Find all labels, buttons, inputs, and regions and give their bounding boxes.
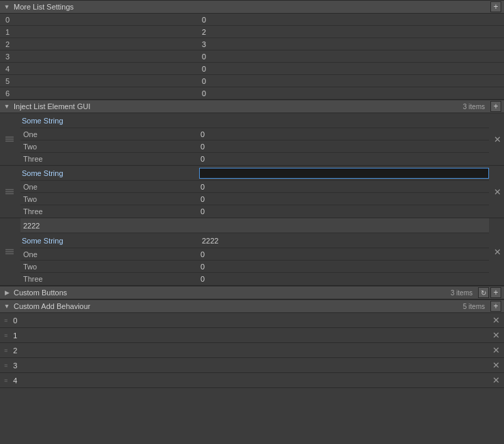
inject-sub-row-1-1: Two0 [20,193,489,205]
inject-item-0: ✕Some StringOne0Two0Three0 [0,113,504,166]
drag-handle-add-4[interactable]: ≡ [4,377,8,384]
more-list-settings-title: More List Settings [14,3,489,11]
custom-add-close-1[interactable]: ✕ [492,330,500,340]
inject-string-label-2: Some String [22,237,199,245]
custom-add-label-3: 3 [13,361,492,370]
custom-buttons-refresh-btn[interactable]: ↻ [478,287,489,298]
drag-handle-add-2[interactable]: ≡ [4,347,8,354]
inject-sub-row-1-0: One0 [20,181,489,193]
inject-string-row-1: Some String [20,166,489,181]
inject-sub-row-0-0: One0 [20,128,489,140]
inject-string-value-2: 2222 [199,237,489,245]
inject-list-title: Inject List Element GUI [14,102,463,110]
custom-add-row-4: ≡ 4 ✕ [0,373,504,388]
more-list-settings-triangle: ▼ [3,3,11,11]
more-list-row-1: 12 [0,26,504,38]
inject-sub-row-2-0: One0 [20,248,489,261]
drag-handle-add-0[interactable]: ≡ [4,317,8,324]
drag-handle-add-3[interactable]: ≡ [4,362,8,369]
close-btn-2[interactable]: ✕ [494,248,501,256]
inject-list-triangle: ▼ [3,102,11,110]
custom-add-title: Custom Add Behaviour [14,302,463,310]
custom-add-label-4: 4 [13,376,492,385]
more-list-row-0: 00 [0,14,504,26]
more-list-settings-header[interactable]: ▼ More List Settings + [0,0,504,14]
inject-list-header[interactable]: ▼ Inject List Element GUI 3 items + [0,100,504,113]
inject-string-input-1[interactable] [199,168,489,179]
inject-list-body: ✕Some StringOne0Two0Three0✕Some StringOn… [0,113,504,286]
inject-sub-row-0-1: Two0 [20,140,489,153]
custom-add-row-3: ≡ 3 ✕ [0,358,504,373]
inject-list-add-btn[interactable]: + [490,101,501,112]
custom-add-header[interactable]: ▼ Custom Add Behaviour 5 items + [0,299,504,313]
inject-sub-row-1-2: Three0 [20,205,489,218]
inject-string-label-1: Some String [22,169,199,177]
custom-add-count: 5 items [463,303,485,310]
inject-string-row-2: Some String2222 [20,233,489,248]
more-list-row-6: 60 [0,87,504,100]
custom-add-triangle: ▼ [3,302,11,310]
more-list-row-3: 30 [0,50,504,63]
custom-add-row-2: ≡ 2 ✕ [0,343,504,358]
inject-sub-row-2-1: Two0 [20,261,489,273]
custom-add-label-1: 1 [13,331,492,340]
inject-string-label-0: Some String [22,117,199,125]
inject-list-count: 3 items [463,103,485,110]
inject-item-1: ✕Some StringOne0Two0Three0 [0,166,504,218]
custom-buttons-header[interactable]: ▶ Custom Buttons 3 items ↻ + [0,286,504,299]
more-list-row-5: 50 [0,75,504,87]
banner-row-2: 2222 [20,218,489,233]
custom-add-row-1: ≡ 1 ✕ [0,328,504,343]
custom-buttons-title: Custom Buttons [14,288,451,297]
inject-sub-row-0-2: Three0 [20,153,489,165]
custom-add-label-2: 2 [13,346,492,355]
custom-add-label-0: 0 [13,316,492,325]
more-list-row-4: 40 [0,63,504,75]
drag-handle-0[interactable] [5,137,14,142]
drag-handle-add-1[interactable]: ≡ [4,332,8,339]
custom-add-add-btn[interactable]: + [490,301,501,312]
drag-handle-2[interactable] [5,250,14,254]
inject-sub-row-2-2: Three0 [20,273,489,285]
custom-add-close-0[interactable]: ✕ [492,315,500,325]
custom-add-close-3[interactable]: ✕ [492,360,500,370]
drag-handle-1[interactable] [5,190,14,194]
custom-add-close-4[interactable]: ✕ [492,375,500,385]
custom-add-close-2[interactable]: ✕ [492,345,500,355]
custom-add-body: ≡ 0 ✕ ≡ 1 ✕ ≡ 2 ✕ ≡ 3 ✕ ≡ 4 ✕ [0,313,504,388]
inject-string-row-0: Some String [20,113,489,128]
custom-buttons-add-btn[interactable]: + [490,287,501,298]
close-btn-0[interactable]: ✕ [494,135,501,144]
more-list-settings-body: 00122330405060 [0,14,504,100]
more-list-settings-add-btn[interactable]: + [490,1,501,12]
close-btn-1[interactable]: ✕ [494,188,501,196]
inject-item-2: ✕2222Some String2222One0Two0Three0 [0,218,504,286]
custom-buttons-count: 3 items [451,289,473,297]
custom-buttons-triangle: ▶ [3,288,11,297]
more-list-row-2: 23 [0,38,504,50]
custom-add-row-0: ≡ 0 ✕ [0,313,504,328]
